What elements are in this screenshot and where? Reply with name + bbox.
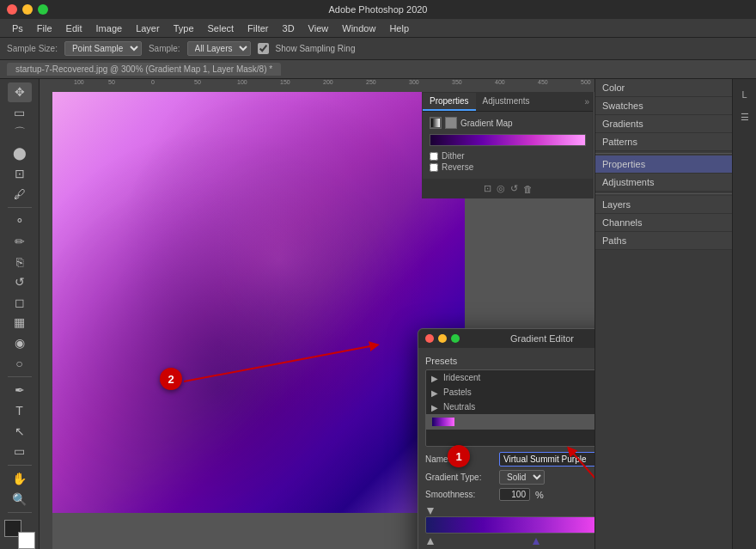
menu-ps[interactable]: Ps [7,21,28,35]
ruler-tick: 50 [108,79,115,85]
menu-window[interactable]: Window [337,21,381,35]
menu-type[interactable]: Type [168,21,199,35]
rectangular-marquee-tool[interactable]: ▭ [8,103,32,123]
delete-layer-icon[interactable]: 🗑 [523,184,533,194]
spot-healing-brush-tool[interactable]: ⚬ [8,211,32,231]
panel-color: Color [595,79,732,97]
ge-opacity-stop-1[interactable] [427,508,434,515]
blur-tool[interactable]: ◉ [8,333,32,353]
quick-selection-tool[interactable]: ⬤ [8,143,32,163]
panel-color-label: Color [602,82,625,93]
tab-properties[interactable]: Properties [423,93,476,111]
ge-folder-icon-3: ▶ [431,403,440,412]
gradient-bar-preview[interactable] [430,134,586,146]
ge-type-select[interactable]: Solid [499,470,545,485]
history-brush-tool[interactable]: ↺ [8,272,32,292]
libraries-icon-btn[interactable]: ☰ [736,108,753,125]
options-bar: Sample Size: Point Sample Sample: All La… [0,38,756,60]
zoom-tool[interactable]: 🔍 [8,489,32,509]
sample-size-label: Sample Size: [7,44,58,53]
panel-channels-header[interactable]: Channels [595,214,732,231]
type-tool[interactable]: T [8,401,32,421]
ge-presets-list[interactable]: ▶ Iridescent ▶ Pastels ▶ Neutrals [425,369,594,447]
show-sampling-ring-label: Show Sampling Ring [276,44,356,53]
shape-tool[interactable]: ▭ [8,442,32,461]
ge-folder-icon: ▶ [431,374,440,382]
menu-filter[interactable]: Filter [242,21,273,35]
pen-tool[interactable]: ✒ [8,381,32,400]
properties-tabs: Properties Adjustments » [423,93,593,112]
menu-select[interactable]: Select [203,21,240,35]
close-button[interactable] [7,4,17,15]
eraser-tool[interactable]: ◻ [8,293,32,313]
clone-stamp-tool[interactable]: ⎘ [8,252,32,271]
ge-smoothness-input[interactable] [499,488,530,501]
eyedropper-tool[interactable]: 🖋 [8,184,32,204]
ruler-tick: 500 [581,79,591,85]
menu-3d[interactable]: 3D [277,21,300,35]
background-color[interactable] [18,532,35,549]
sample-select[interactable]: All Layers [187,41,251,56]
gradient-tool[interactable]: ▦ [8,313,32,332]
reset-icon[interactable]: ↺ [510,183,518,194]
ge-minimize-button[interactable] [438,334,447,343]
panel-gradients-header[interactable]: Gradients [595,115,732,132]
show-sampling-ring-checkbox[interactable] [258,43,269,54]
reverse-checkbox[interactable] [430,163,438,172]
ge-preset-iridescent[interactable]: ▶ Iridescent [426,370,594,385]
menu-help[interactable]: Help [384,21,414,35]
menu-edit[interactable]: Edit [61,21,88,35]
ge-folder-icon-2: ▶ [431,388,440,397]
move-tool[interactable]: ✥ [8,82,32,102]
fg-bg-colors[interactable] [4,520,35,549]
panel-adjustments-header[interactable]: Adjustments [595,174,732,191]
path-selection-tool[interactable]: ↖ [8,421,32,441]
panel-layers-header[interactable]: Layers [595,196,732,213]
ge-color-stop-1[interactable] [427,538,434,545]
panel-properties: Properties [595,156,732,174]
ge-maximize-button[interactable] [451,334,460,343]
panel-layers-label: Layers [602,199,631,210]
gradient-map-label: Gradient Map [460,119,513,128]
menu-file[interactable]: File [32,21,58,35]
crop-tool[interactable]: ⊡ [8,164,32,184]
ge-name-input[interactable] [499,452,594,467]
properties-bottom-bar: ⊡ ◎ ↺ 🗑 [423,179,593,198]
menu-image[interactable]: Image [91,21,128,35]
dither-checkbox[interactable] [430,152,438,161]
hand-tool[interactable]: ✋ [8,469,32,489]
expand-panel-icon[interactable]: » [584,97,589,107]
ge-close-button[interactable] [425,334,434,343]
panel-color-header[interactable]: Color [595,79,732,96]
panel-paths-header[interactable]: Paths [595,232,732,249]
learn-icon-btn[interactable]: L [736,86,753,103]
menu-layer[interactable]: Layer [131,21,165,35]
ge-color-stop-marker-1 [427,538,434,545]
panel-paths-label: Paths [602,235,626,246]
menu-view[interactable]: View [303,21,334,35]
dodge-tool[interactable]: ○ [8,353,32,373]
tab-bar: startup-7-Recovered.jpg @ 300% (Gradient… [0,60,756,79]
panel-patterns-header[interactable]: Patterns [595,133,732,150]
ge-gradient-bar[interactable] [425,516,594,534]
ge-preset-custom[interactable] [426,414,594,430]
minimize-button[interactable] [22,4,33,15]
clip-to-layer-icon[interactable]: ⊡ [484,183,491,194]
brush-tool[interactable]: ✏ [8,232,32,252]
maximize-button[interactable] [38,4,48,15]
ge-color-stop-2[interactable] [533,538,540,545]
sample-size-select[interactable]: Point Sample [64,41,142,56]
view-previous-icon[interactable]: ◎ [497,183,505,194]
ge-preset-label-3: Neutrals [443,402,475,412]
tab-adjustments[interactable]: Adjustments [476,93,537,111]
lasso-tool[interactable]: ⌒ [8,123,32,143]
ge-preset-pastels[interactable]: ▶ Pastels [426,385,594,400]
panel-paths: Paths [595,232,732,250]
panel-swatches-header[interactable]: Swatches [595,97,732,114]
panel-properties-label: Properties [602,159,645,169]
document-tab[interactable]: startup-7-Recovered.jpg @ 300% (Gradient… [7,63,281,76]
panel-properties-header[interactable]: Properties [595,156,732,173]
ge-preset-neutrals[interactable]: ▶ Neutrals [426,400,594,414]
panel-channels: Channels [595,214,732,232]
ruler-tick: 400 [495,79,505,85]
